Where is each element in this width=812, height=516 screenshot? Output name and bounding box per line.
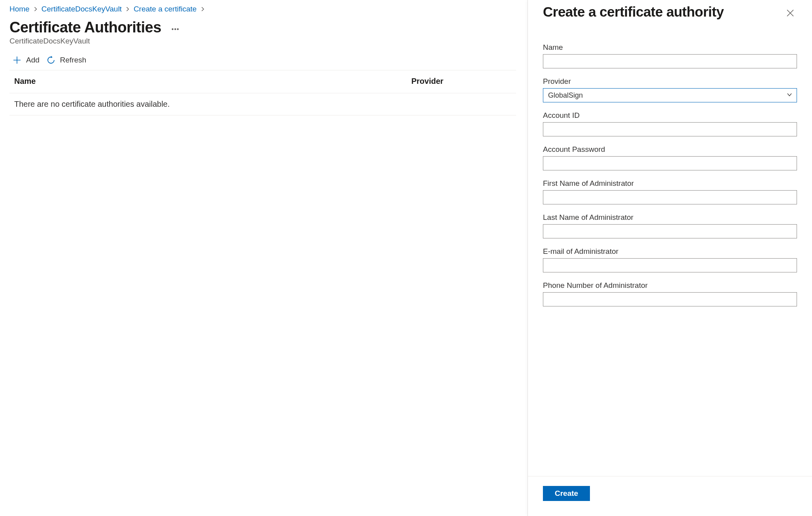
- panel-footer: Create: [528, 476, 812, 516]
- add-label: Add: [26, 56, 40, 64]
- page-title: Certificate Authorities: [9, 19, 161, 36]
- page-title-row: Certificate Authorities •••: [9, 19, 516, 36]
- page-subtitle: CertificateDocsKeyVault: [9, 37, 516, 45]
- breadcrumb-home[interactable]: Home: [9, 5, 30, 13]
- first-name-input[interactable]: [543, 190, 797, 204]
- name-input[interactable]: [543, 54, 797, 68]
- breadcrumb: Home CertificateDocsKeyVault Create a ce…: [9, 5, 516, 13]
- table-header: Name Provider: [9, 70, 516, 93]
- refresh-label: Refresh: [60, 56, 87, 64]
- chevron-right-icon: [201, 6, 205, 12]
- account-password-input[interactable]: [543, 156, 797, 170]
- column-header-name[interactable]: Name: [14, 77, 411, 86]
- create-button[interactable]: Create: [543, 486, 590, 501]
- main-content: Home CertificateDocsKeyVault Create a ce…: [0, 0, 526, 119]
- column-header-provider[interactable]: Provider: [411, 77, 511, 86]
- toolbar: Add Refresh: [9, 56, 516, 70]
- email-label: E-mail of Administrator: [543, 247, 797, 256]
- more-icon[interactable]: •••: [170, 24, 181, 34]
- refresh-icon: [47, 56, 55, 64]
- close-icon[interactable]: [784, 6, 797, 22]
- account-password-label: Account Password: [543, 145, 797, 154]
- breadcrumb-vault[interactable]: CertificateDocsKeyVault: [41, 5, 122, 13]
- panel-header: Create a certificate authority: [528, 0, 812, 24]
- last-name-label: Last Name of Administrator: [543, 213, 797, 222]
- refresh-button[interactable]: Refresh: [47, 56, 87, 64]
- provider-select[interactable]: GlobalSign: [543, 88, 797, 102]
- panel-title: Create a certificate authority: [543, 4, 724, 20]
- phone-label: Phone Number of Administrator: [543, 281, 797, 290]
- panel-body: Name Provider GlobalSign Account ID Acco…: [528, 24, 812, 476]
- table-empty-message: There are no certificate authorities ava…: [9, 93, 516, 115]
- name-label: Name: [543, 43, 797, 52]
- chevron-right-icon: [126, 6, 130, 12]
- chevron-right-icon: [34, 6, 38, 12]
- plus-icon: [13, 56, 21, 64]
- side-panel: Create a certificate authority Name Prov…: [528, 0, 812, 516]
- breadcrumb-create-cert[interactable]: Create a certificate: [134, 5, 196, 13]
- provider-label: Provider: [543, 77, 797, 86]
- add-button[interactable]: Add: [13, 56, 40, 64]
- phone-input[interactable]: [543, 292, 797, 306]
- last-name-input[interactable]: [543, 224, 797, 238]
- first-name-label: First Name of Administrator: [543, 179, 797, 188]
- email-input[interactable]: [543, 258, 797, 272]
- account-id-label: Account ID: [543, 111, 797, 120]
- account-id-input[interactable]: [543, 122, 797, 136]
